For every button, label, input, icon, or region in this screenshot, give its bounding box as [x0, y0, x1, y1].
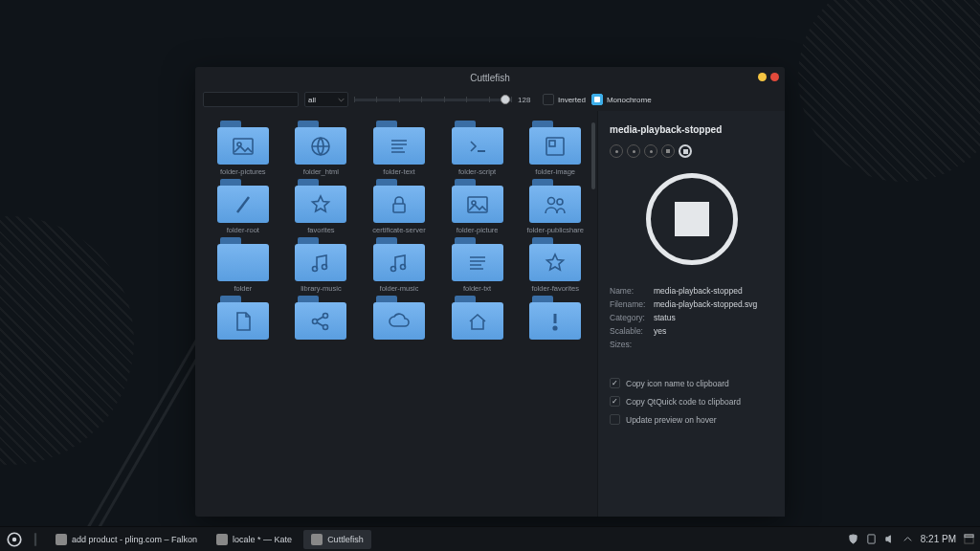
folder-icon	[452, 121, 503, 165]
icon-grid[interactable]: folder-picturesfolder_htmlfolder-textfol…	[195, 111, 597, 517]
size-value: 128	[518, 96, 537, 104]
icon-cell[interactable]: folder-publicshare	[517, 179, 593, 235]
copy-qtquick-action[interactable]: Copy QtQuick code to clipboard	[610, 392, 773, 410]
icon-label: folder	[234, 284, 252, 294]
icon-label: library-music	[301, 284, 342, 294]
icon-label: folder-music	[380, 284, 419, 294]
icon-cell[interactable]	[283, 296, 360, 352]
size-preview-l-icon[interactable]	[661, 144, 675, 158]
icon-cell[interactable]	[361, 296, 437, 352]
copy-name-action[interactable]: Copy icon name to clipboard	[610, 374, 773, 392]
icon-cell[interactable]: favorites	[283, 179, 360, 235]
category-select[interactable]: all	[304, 92, 348, 107]
folder-icon	[217, 121, 269, 165]
icon-cell[interactable]: folder_html	[283, 121, 360, 177]
check-icon	[610, 396, 620, 407]
details-title: media-playback-stopped	[610, 124, 773, 135]
monochrome-label: Monochrome	[607, 96, 652, 104]
icon-cell[interactable]	[439, 296, 516, 352]
copy-qtquick-label: Copy QtQuick code to clipboard	[626, 397, 741, 407]
panel-edge-icon[interactable]	[964, 534, 974, 544]
folder-icon	[295, 296, 346, 340]
meta-value: media-playback-stopped	[654, 286, 773, 296]
folder-icon	[373, 121, 425, 165]
wallpaper-circle	[0, 216, 134, 465]
meta-key: Sizes:	[610, 340, 654, 349]
icon-cell[interactable]: folder-txt	[439, 237, 516, 294]
folder-icon	[217, 179, 269, 223]
check-icon	[610, 378, 620, 388]
size-preview-row	[610, 144, 773, 158]
scrollbar-thumb[interactable]	[591, 122, 595, 189]
meta-value: media-playback-stopped.svg	[654, 299, 773, 309]
folder-icon	[452, 237, 503, 281]
folder-icon	[295, 121, 346, 165]
icon-cell[interactable]: folder-favorites	[517, 237, 593, 294]
svg-rect-21	[868, 535, 875, 543]
inverted-checkbox[interactable]: Inverted	[543, 94, 586, 105]
size-preview-m-icon[interactable]	[644, 144, 657, 158]
icon-cell[interactable]	[517, 296, 593, 352]
meta-value: yes	[654, 326, 773, 336]
icon-label: folder-publicshare	[526, 226, 584, 235]
size-preview-s-icon[interactable]	[627, 144, 640, 158]
icon-cell[interactable]: folder-image	[517, 121, 593, 177]
meta-value	[654, 340, 773, 349]
icon-label: folder-script	[458, 167, 496, 177]
icon-cell[interactable]: library-music	[283, 237, 360, 294]
folder-icon	[529, 121, 581, 165]
svg-rect-6	[468, 197, 487, 212]
search-input[interactable]	[203, 92, 299, 107]
svg-point-9	[557, 199, 563, 205]
folder-icon	[529, 237, 581, 281]
svg-point-8	[548, 197, 555, 204]
folder-icon	[452, 296, 503, 340]
window-minimize-icon[interactable]	[758, 73, 767, 81]
window-titlebar[interactable]: Cuttlefish	[195, 67, 785, 88]
icon-label: folder-favorites	[531, 284, 579, 294]
icon-cell[interactable]: folder-root	[205, 179, 281, 235]
icon-cell[interactable]: folder-pictures	[205, 121, 281, 177]
folder-icon	[295, 179, 346, 223]
update-hover-label: Update preview on hover	[626, 415, 717, 425]
icon-cell[interactable]	[205, 296, 281, 352]
taskbar-item-label: add product - pling.com – Falkon	[72, 535, 197, 544]
app-launcher-button[interactable]	[6, 531, 23, 548]
window-title: Cuttlefish	[470, 73, 510, 83]
icon-cell[interactable]: folder-picture	[439, 179, 516, 235]
icon-cell[interactable]: folder-script	[439, 121, 516, 177]
meta-value: status	[654, 313, 773, 322]
checkbox-icon	[591, 94, 603, 105]
wallpaper-circle	[798, 0, 980, 182]
icon-cell[interactable]: folder-text	[361, 121, 437, 177]
shield-icon[interactable]	[848, 534, 858, 544]
details-panel: media-playback-stopped Name:media-playba…	[597, 111, 785, 517]
icon-label: folder-txt	[463, 284, 491, 294]
size-preview-xl-icon[interactable]	[679, 144, 692, 158]
clock[interactable]: 8:21 PM	[921, 534, 956, 544]
size-preview-xs-icon[interactable]	[610, 144, 623, 158]
clipboard-icon[interactable]	[866, 534, 877, 544]
icon-cell[interactable]: certificate-server	[361, 179, 437, 235]
size-slider[interactable]	[354, 92, 512, 107]
update-hover-checkbox[interactable]: Update preview on hover	[610, 410, 773, 429]
icon-cell[interactable]: folder-music	[361, 237, 437, 294]
chevron-up-icon[interactable]	[902, 534, 913, 544]
folder-icon	[217, 296, 269, 340]
taskbar-item[interactable]: Cuttlefish	[303, 530, 371, 549]
svg-rect-20	[34, 533, 36, 546]
slider-handle-icon[interactable]	[501, 95, 510, 104]
icon-label: folder-image	[535, 167, 575, 177]
icon-label: folder_html	[303, 167, 339, 177]
icon-cell[interactable]: folder	[205, 237, 281, 294]
monochrome-checkbox[interactable]: Monochrome	[591, 94, 652, 105]
folder-icon	[373, 237, 425, 281]
svg-point-12	[390, 266, 395, 271]
svg-point-13	[400, 264, 405, 269]
svg-rect-5	[393, 204, 405, 212]
taskbar-item[interactable]: add product - pling.com – Falkon	[48, 530, 205, 549]
volume-icon[interactable]	[884, 534, 895, 544]
meta-key: Filename:	[610, 299, 654, 309]
window-close-icon[interactable]	[770, 73, 779, 81]
taskbar-item[interactable]: locale * — Kate	[209, 530, 300, 549]
